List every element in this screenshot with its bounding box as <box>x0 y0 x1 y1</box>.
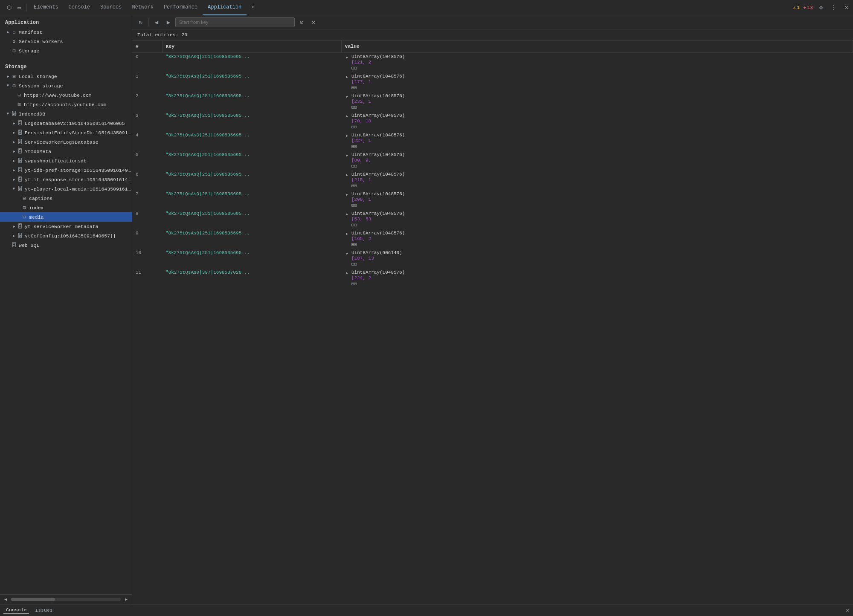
settings-icon[interactable]: ⚙ <box>816 3 826 12</box>
cursor-icon[interactable]: ⬡ <box>5 4 13 12</box>
sidebar-item-logs-db[interactable]: ▶ 🗄 LogsDatabaseV2:1051643509161406065 <box>0 119 132 128</box>
table-row[interactable]: 1"8k275tQsAsQ|251|1698535695... ▶ Uint8A… <box>132 72 853 92</box>
error-badge[interactable]: ● 13 <box>803 5 813 10</box>
sidebar-item-local-storage[interactable]: ▶ ⊞ Local storage <box>0 72 132 81</box>
row-expand-arrow[interactable]: ▶ <box>345 173 350 178</box>
table-header-row: # Key Value <box>132 40 853 52</box>
row-value-cell: ▶ Uint8Array(1048576) [232, 1 ⊞⊟ <box>341 92 853 111</box>
more-options-icon[interactable]: ⋮ <box>829 3 838 12</box>
row-expand-arrow[interactable]: ▶ <box>345 114 350 119</box>
sidebar-item-media[interactable]: ⊟ media <box>0 212 132 222</box>
sidebar-item-indexed-db[interactable]: ▶ 🗄 IndexedDB <box>0 109 132 119</box>
row-num-cell: 8 <box>132 209 162 229</box>
sidebar-item-ytgcf[interactable]: ▶ 🗄 ytGcfConfig:10516435091640657|| <box>0 231 132 240</box>
row-num-cell: 2 <box>132 92 162 111</box>
bottom-bar: Console Issues ✕ <box>0 604 853 616</box>
tab-application[interactable]: Application <box>203 0 247 15</box>
sidebar-item-swpush[interactable]: ▶ 🗄 swpushnotificationsdb <box>0 156 132 165</box>
sidebar-item-persistent-db[interactable]: ▶ 🗄 PersistentEntityStoreDb:105164350916… <box>0 128 132 137</box>
row-expand-arrow[interactable]: ▶ <box>345 55 350 60</box>
refresh-button[interactable]: ↻ <box>136 17 146 27</box>
row-expand-arrow[interactable]: ▶ <box>345 192 350 197</box>
row-expand-arrow[interactable]: ▶ <box>345 133 350 139</box>
sidebar-item-manifest[interactable]: ▶ ☐ Manifest <box>0 27 132 37</box>
yt-idb-meta-label: YtIdbMeta <box>25 149 51 154</box>
table-icon-5: ⊟ <box>21 214 27 220</box>
row-expand-arrow[interactable]: ▶ <box>345 271 350 276</box>
row-key-cell: "8k275tQsAsQ|251|1698535695... <box>162 209 341 229</box>
warning-count: 1 <box>797 5 800 10</box>
sidebar-item-session-storage[interactable]: ▶ ⊞ Session storage <box>0 81 132 90</box>
db-icon-5: 🗄 <box>17 148 23 154</box>
search-input[interactable] <box>175 17 295 27</box>
next-button[interactable]: ▶ <box>163 17 174 27</box>
gear-icon: ⚙ <box>11 38 17 44</box>
sidebar-item-yt-player[interactable]: ▶ 🗄 yt-player-local-media:10516435091614… <box>0 184 132 194</box>
row-value-array: [224, 2 <box>351 275 405 281</box>
row-expand-arrow[interactable]: ▶ <box>345 94 350 99</box>
row-expand-arrow[interactable]: ▶ <box>345 212 350 217</box>
row-expand-arrow[interactable]: ▶ <box>345 75 350 80</box>
sidebar-item-yt-response[interactable]: ▶ 🗄 yt-it-response-store:105164350916140… <box>0 175 132 184</box>
table-row[interactable]: 3"8k275tQsAsQ|251|1698535695... ▶ Uint8A… <box>132 111 853 131</box>
tab-network[interactable]: Network <box>127 0 158 15</box>
row-value-type: Uint8Array(1048576) <box>351 172 405 177</box>
sidebar-item-session-accounts[interactable]: ⊟ https://accounts.youtube.com <box>0 100 132 109</box>
sidebar-item-yt-sw-meta[interactable]: ▶ 🗄 yt-serviceworker-metadata <box>0 222 132 231</box>
row-expand-arrow[interactable]: ▶ <box>345 153 350 158</box>
row-chart-icon: ⊞⊟ <box>351 242 405 247</box>
sidebar-hscrollbar[interactable] <box>11 598 121 601</box>
sidebar-item-yt-idb-meta[interactable]: ▶ 🗄 YtIdbMeta <box>0 147 132 156</box>
sidebar-item-session-youtube[interactable]: ⊟ https://www.youtube.com <box>0 90 132 100</box>
sidebar-item-captions[interactable]: ⊟ captions <box>0 194 132 203</box>
row-key-cell: "8k275tQsAsQ|251|1698535695... <box>162 170 341 190</box>
sidebar-item-web-sql[interactable]: ▶ 🗄 Web SQL <box>0 240 132 250</box>
yt-pref-label: yt-idb-pref-storage:10516435091614060 <box>25 168 132 173</box>
bottom-close-icon[interactable]: ✕ <box>846 607 850 614</box>
row-expand-arrow[interactable]: ▶ <box>345 251 350 256</box>
row-chart-icon: ⊞⊟ <box>351 124 405 130</box>
tab-performance[interactable]: Performance <box>159 0 203 15</box>
table-row[interactable]: 4"8k275tQsAsQ|251|1698535695... ▶ Uint8A… <box>132 131 853 150</box>
table-row[interactable]: 6"8k275tQsAsQ|251|1698535695... ▶ Uint8A… <box>132 170 853 190</box>
table-row[interactable]: 5"8k275tQsAsQ|251|1698535695... ▶ Uint8A… <box>132 150 853 170</box>
swlogs-arrow: ▶ <box>11 139 17 145</box>
row-value-type: Uint8Array(1048576) <box>351 211 405 216</box>
scroll-left-icon[interactable]: ◀ <box>2 596 9 603</box>
sidebar-item-service-workers[interactable]: ▶ ⚙ Service workers <box>0 37 132 46</box>
sidebar-item-yt-pref[interactable]: ▶ 🗄 yt-idb-pref-storage:1051643509161406… <box>0 165 132 175</box>
tab-console[interactable]: Console <box>64 0 95 15</box>
bottom-issues-btn[interactable]: Issues <box>32 607 55 614</box>
prev-button[interactable]: ◀ <box>151 17 162 27</box>
table-row[interactable]: 11"8k275tQsAs0|397|1698537028... ▶ Uint8… <box>132 268 853 288</box>
sidebar-item-index[interactable]: ⊟ index <box>0 203 132 212</box>
yt-player-label: yt-player-local-media:10516435091614060 <box>25 186 132 192</box>
scroll-right-icon[interactable]: ▶ <box>122 596 130 603</box>
row-expand-arrow[interactable]: ▶ <box>345 231 350 237</box>
yt-response-label: yt-it-response-store:10516435091614060 <box>25 177 132 182</box>
sidebar-item-sw-logs-db[interactable]: ▶ 🗄 ServiceWorkerLogsDatabase <box>0 137 132 147</box>
tab-elements[interactable]: Elements <box>29 0 64 15</box>
row-num-cell: 10 <box>132 249 162 268</box>
close-devtools-icon[interactable]: ✕ <box>842 3 851 12</box>
table-row[interactable]: 7"8k275tQsAsQ|251|1698535695... ▶ Uint8A… <box>132 190 853 209</box>
clear-search-button[interactable]: ⊘ <box>296 17 307 27</box>
data-table-wrapper[interactable]: # Key Value 0"8k275tQsAsQ|251|1698535695… <box>132 40 853 604</box>
warning-badge[interactable]: ⚠ 1 <box>793 5 800 10</box>
table-row[interactable]: 8"8k275tQsAsQ|251|1698535695... ▶ Uint8A… <box>132 209 853 229</box>
device-icon[interactable]: ▭ <box>15 4 23 12</box>
row-value-type: Uint8Array(1048576) <box>351 113 405 118</box>
table-row[interactable]: 9"8k275tQsAsQ|251|1698535695... ▶ Uint8A… <box>132 229 853 249</box>
table-row[interactable]: 10"8k275tQsAsQ|251|1698535695... ▶ Uint8… <box>132 249 853 268</box>
row-value-cell: ▶ Uint8Array(1048576) [80, 9, ⊞⊟ <box>341 150 853 170</box>
tab-more[interactable]: » <box>247 0 260 15</box>
bottom-console-btn[interactable]: Console <box>3 606 29 614</box>
table-row[interactable]: 2"8k275tQsAsQ|251|1698535695... ▶ Uint8A… <box>132 92 853 111</box>
tab-sources[interactable]: Sources <box>95 0 127 15</box>
sidebar-item-storage-header[interactable]: ▶ ⊞ Storage <box>0 46 132 55</box>
table-row[interactable]: 0"8k275tQsAsQ|251|1698535695... ▶ Uint8A… <box>132 52 853 72</box>
ytgcf-arrow: ▶ <box>11 233 17 239</box>
close-search-button[interactable]: ✕ <box>308 17 319 27</box>
row-chart-icon: ⊞⊟ <box>351 65 405 71</box>
table-icon-4: ⊟ <box>21 205 27 211</box>
